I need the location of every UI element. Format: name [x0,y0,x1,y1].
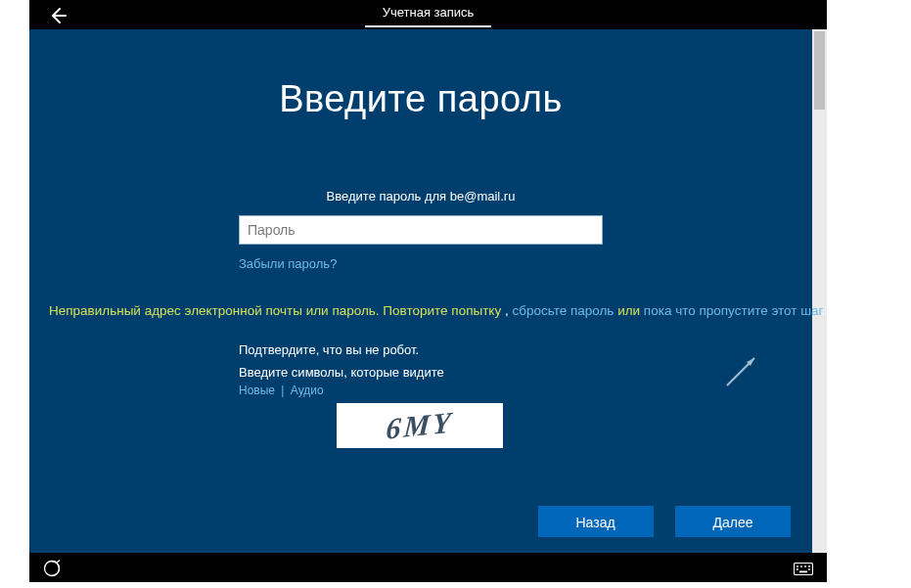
scroll-thumb[interactable] [814,31,825,110]
password-input[interactable] [239,215,603,245]
error-or: или [614,303,643,318]
nav-button-row: Назад Далее [521,506,791,537]
svg-point-9 [808,565,810,567]
skip-step-link[interactable]: пока что пропустите этот шаг [644,303,822,318]
tab-account[interactable]: Учетная запись [365,0,492,27]
title-bar: Учетная запись [29,0,827,29]
svg-line-4 [57,561,60,564]
svg-line-1 [727,358,754,385]
error-text: Неправильный адрес электронной почты или… [49,303,501,318]
svg-point-10 [797,568,798,570]
svg-point-7 [800,565,802,567]
svg-point-11 [808,568,810,570]
tab-strip: Учетная запись [29,0,827,27]
instruction-text: Введите пароль для be@mail.ru [29,189,812,204]
error-message: Неправильный адрес электронной почты или… [29,303,812,318]
captcha-audio-link[interactable]: Аудио [291,384,324,397]
forgot-password-link[interactable]: Забыли пароль? [239,256,337,271]
captcha-enter-label: Введите символы, которые видите [239,365,603,380]
captcha-new-link[interactable]: Новые [239,384,275,397]
captcha-section: Подтвердите, что вы не робот. Введите си… [239,342,603,448]
svg-point-6 [797,565,798,567]
reset-password-link[interactable]: сбросьте пароль [512,303,614,318]
captcha-confirm-label: Подтвердите, что вы не робот. [239,342,603,357]
pointer-arrow-icon [717,352,760,399]
error-comma: , [501,303,512,318]
captcha-image: 6MY [337,403,503,448]
captcha-image-text: 6MY [385,405,454,446]
content-panel: Введите пароль Введите пароль для be@mai… [29,29,812,553]
vertical-scrollbar[interactable] [812,29,827,553]
svg-point-8 [804,565,806,567]
page-title: Введите пароль [29,29,812,120]
svg-marker-2 [747,358,754,366]
captcha-separator: | [281,384,284,397]
error-period: . [822,303,826,318]
next-nav-button[interactable]: Далее [675,506,791,537]
bottom-bar [29,553,827,582]
back-nav-button[interactable]: Назад [538,506,654,537]
keyboard-icon[interactable] [794,562,813,579]
svg-rect-12 [799,571,807,573]
accessibility-icon[interactable] [43,560,61,581]
